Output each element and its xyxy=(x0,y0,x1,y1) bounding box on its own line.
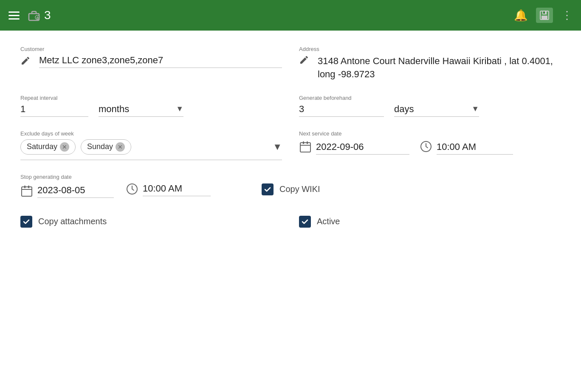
customer-field: Customer Metz LLC zone3,zone5,zone7 xyxy=(20,46,282,81)
customer-address-row: Customer Metz LLC zone3,zone5,zone7 Addr… xyxy=(20,46,561,81)
next-service-calendar-icon xyxy=(299,140,312,156)
repeat-interval-field: Repeat interval 1 months ▼ xyxy=(20,95,282,117)
generate-beforehand-controls: 3 days ▼ xyxy=(299,104,561,117)
svg-text:⏱: ⏱ xyxy=(36,16,39,20)
exclude-days-label: Exclude days of week xyxy=(20,130,282,137)
svg-rect-6 xyxy=(543,11,545,14)
repeat-interval-dropdown-arrow[interactable]: ▼ xyxy=(176,104,183,113)
svg-rect-11 xyxy=(22,187,32,196)
generate-beforehand-label: Generate beforehand xyxy=(299,95,561,101)
briefcase-icon: ⏱ xyxy=(26,8,42,23)
stop-generating-clock-icon xyxy=(126,183,138,197)
save-button[interactable] xyxy=(536,8,553,23)
generate-beforehand-number-value[interactable]: 3 xyxy=(299,104,384,117)
repeat-interval-controls: 1 months ▼ xyxy=(20,104,282,117)
notification-bell-icon[interactable]: 🔔 xyxy=(514,9,527,22)
more-options-icon[interactable]: ⋮ xyxy=(561,9,573,22)
copy-wiki-checkbox[interactable] xyxy=(262,183,274,195)
active-checkmark-icon xyxy=(301,218,309,226)
exclude-days-chips: Saturday ✕ Sunday ✕ ▼ xyxy=(20,139,282,160)
badge-count: 3 xyxy=(44,8,51,22)
customer-label: Customer xyxy=(20,46,282,52)
generate-beforehand-dropdown-arrow[interactable]: ▼ xyxy=(471,104,479,113)
svg-rect-5 xyxy=(542,16,547,19)
save-icon xyxy=(539,9,550,21)
customer-edit-icon[interactable] xyxy=(20,56,31,68)
repeat-interval-number: 1 xyxy=(20,104,88,117)
chip-sunday-label: Sunday xyxy=(87,142,113,151)
main-content: Customer Metz LLC zone3,zone5,zone7 Addr… xyxy=(0,31,581,243)
repeat-interval-label: Repeat interval xyxy=(20,95,282,101)
stop-generating-time-value[interactable]: 10:00 AM xyxy=(143,183,211,196)
stop-generating-calendar-icon xyxy=(20,184,33,199)
stop-generating-time-group: 10:00 AM xyxy=(126,183,211,199)
svg-rect-13 xyxy=(28,186,29,188)
customer-value[interactable]: Metz LLC zone3,zone5,zone7 xyxy=(39,55,282,68)
stop-generating-date-input: 2023-08-05 xyxy=(20,184,114,199)
address-value[interactable]: 3148 Antone Court Naderville Hawaii Kiri… xyxy=(318,55,561,81)
chip-sunday-remove[interactable]: ✕ xyxy=(116,142,125,152)
app-header: ⏱ 3 🔔 ⋮ xyxy=(0,0,581,31)
briefcase-badge: ⏱ 3 xyxy=(26,8,51,23)
header-right: 🔔 ⋮ xyxy=(514,8,573,23)
exclude-days-field: Exclude days of week Saturday ✕ Sunday ✕… xyxy=(20,130,282,160)
exclude-day-chip-saturday: Saturday ✕ xyxy=(20,139,76,155)
exclude-next-row: Exclude days of week Saturday ✕ Sunday ✕… xyxy=(20,130,561,160)
svg-rect-9 xyxy=(307,141,308,144)
next-service-date-value[interactable]: 2022-09-06 xyxy=(316,141,409,155)
header-left: ⏱ 3 xyxy=(8,8,51,23)
exclude-day-chip-sunday: Sunday ✕ xyxy=(81,139,131,155)
exclude-days-dropdown-arrow[interactable]: ▼ xyxy=(273,141,282,152)
copy-wiki-label: Copy WIKI xyxy=(279,184,320,194)
svg-rect-7 xyxy=(300,143,310,152)
hamburger-menu-button[interactable] xyxy=(8,11,20,20)
stop-generating-date-group: Stop generating date 2023-08-05 xyxy=(20,174,114,199)
repeat-interval-unit-value: months xyxy=(99,104,172,115)
stop-generating-date-value[interactable]: 2023-08-05 xyxy=(37,185,114,198)
active-checkbox[interactable] xyxy=(299,216,311,228)
stop-copy-row: Stop generating date 2023-08-05 xyxy=(20,174,561,199)
generate-beforehand-unit-select[interactable]: days ▼ xyxy=(394,104,479,117)
svg-rect-12 xyxy=(24,186,25,188)
svg-rect-8 xyxy=(303,141,304,144)
active-label: Active xyxy=(317,217,340,226)
repeat-interval-number-value[interactable]: 1 xyxy=(20,104,88,117)
generate-beforehand-field: Generate beforehand 3 days ▼ xyxy=(299,95,561,117)
generate-beforehand-unit-value: days xyxy=(394,104,468,115)
next-service-time-value[interactable]: 10:00 AM xyxy=(437,141,513,155)
address-field: Address 3148 Antone Court Naderville Haw… xyxy=(299,46,561,81)
repeat-interval-unit-select[interactable]: months ▼ xyxy=(99,104,183,117)
next-service-clock-icon xyxy=(420,140,432,156)
next-service-date-label: Next service date xyxy=(299,130,561,137)
stop-generating-label: Stop generating date xyxy=(20,174,114,180)
active-field: Active xyxy=(299,216,561,228)
copy-attachments-checkmark-icon xyxy=(23,218,30,226)
copy-attachments-field: Copy attachments xyxy=(20,216,282,228)
address-edit-icon[interactable] xyxy=(299,55,309,67)
next-service-date-field: Next service date 2022-09-06 xyxy=(299,130,561,156)
copy-wiki-field: Copy WIKI xyxy=(262,183,320,199)
address-block: 3148 Antone Court Naderville Hawaii Kiri… xyxy=(299,55,561,81)
address-label: Address xyxy=(299,46,561,52)
copy-attachments-checkbox[interactable] xyxy=(20,216,32,228)
generate-beforehand-number: 3 xyxy=(299,104,384,117)
copy-wiki-checkmark-icon xyxy=(264,186,271,193)
repeat-generate-row: Repeat interval 1 months ▼ Generate befo… xyxy=(20,95,561,117)
next-service-time-group: 10:00 AM xyxy=(420,140,513,156)
copy-attachments-label: Copy attachments xyxy=(38,217,107,226)
stop-generating-group: Stop generating date 2023-08-05 xyxy=(20,174,211,199)
bottom-row: Copy attachments Active xyxy=(20,216,561,228)
chip-saturday-label: Saturday xyxy=(27,142,57,151)
next-service-date-input-group: 2022-09-06 xyxy=(299,140,409,156)
chip-saturday-remove[interactable]: ✕ xyxy=(60,142,69,152)
customer-field-group: Metz LLC zone3,zone5,zone7 xyxy=(20,55,282,68)
